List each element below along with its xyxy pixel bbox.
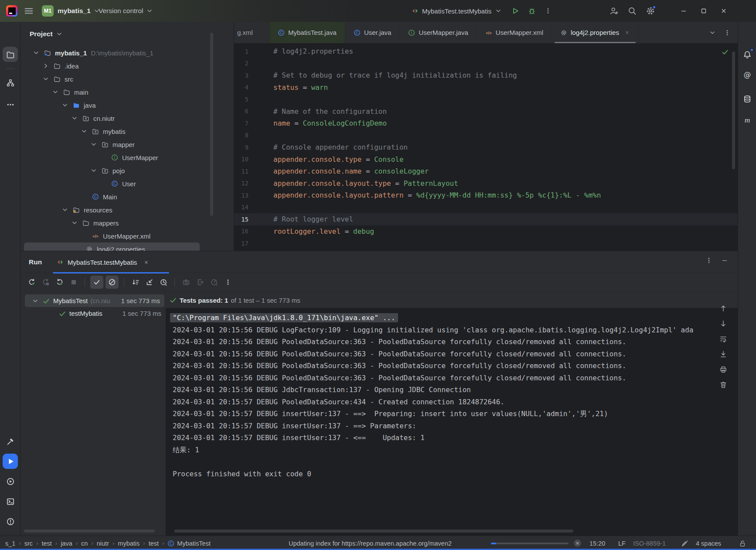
chevron-down-icon[interactable]: [33, 49, 40, 56]
code-line-2[interactable]: 2: [234, 58, 738, 70]
import-test-results-button[interactable]: [143, 277, 155, 288]
tab-g-xml[interactable]: g.xml: [234, 22, 269, 43]
tool-button-database[interactable]: [740, 92, 755, 106]
tree-item-usermapper[interactable]: IUserMapper: [20, 151, 234, 164]
editor-scrollbar[interactable]: [732, 51, 735, 169]
test-history-button[interactable]: [157, 277, 169, 288]
more-actions-icon[interactable]: [545, 7, 552, 14]
screenshot-button[interactable]: [180, 277, 192, 288]
code-line-10[interactable]: 10appender.console.type = Console: [234, 154, 738, 166]
breadcrumb-item[interactable]: s_1: [5, 540, 15, 547]
breadcrumb-item[interactable]: mybatis: [118, 540, 140, 547]
coverage-button[interactable]: [208, 277, 220, 288]
cancel-progress-button[interactable]: [574, 540, 581, 547]
print-button[interactable]: [718, 364, 729, 375]
chevron-down-icon[interactable]: [61, 206, 68, 213]
tree-item--idea[interactable]: .idea: [20, 59, 234, 72]
code-line-7[interactable]: 7name = ConsoleLogConfigDemo: [234, 117, 738, 130]
tool-button-notifications[interactable]: [740, 47, 755, 62]
tool-button-build[interactable]: [3, 434, 18, 449]
breadcrumb-item[interactable]: test: [149, 540, 159, 547]
tree-item-main[interactable]: CMain: [20, 190, 234, 203]
close-button[interactable]: [720, 7, 727, 14]
tool-button-maven[interactable]: m: [740, 113, 755, 127]
tree-item-src[interactable]: src: [20, 72, 234, 85]
sort-by-duration-button[interactable]: [129, 277, 141, 288]
scroll-down-button[interactable]: [718, 318, 729, 329]
tool-button-structure[interactable]: [3, 75, 18, 90]
chevron-down-icon[interactable]: [71, 219, 78, 226]
code-line-8[interactable]: 8: [234, 130, 738, 142]
chevron-down-icon[interactable]: [42, 75, 49, 82]
tool-button-ai-assistant[interactable]: @: [740, 68, 755, 82]
close-icon[interactable]: [143, 260, 149, 265]
tool-button-more[interactable]: [3, 97, 18, 112]
more-actions-icon[interactable]: [705, 257, 712, 264]
search-button[interactable]: [628, 7, 637, 15]
project-panel-header[interactable]: Project: [20, 22, 234, 46]
chevron-down-icon[interactable]: [61, 102, 68, 109]
tab-mybatistest-java[interactable]: CMybatisTest.java: [269, 22, 345, 43]
console-output[interactable]: "C:\Program Files\Java\jdk1.8.0_171\bin\…: [166, 308, 738, 480]
breadcrumb-item[interactable]: test: [41, 540, 51, 547]
chevron-down-icon[interactable]: [71, 115, 78, 122]
maximize-button[interactable]: [700, 7, 707, 14]
console-hscrollbar[interactable]: [174, 530, 573, 533]
tool-button-run[interactable]: [3, 454, 18, 469]
code-line-17[interactable]: 17: [234, 237, 738, 249]
tree-item-mappers[interactable]: mappers: [20, 216, 234, 229]
test-tree-hscrollbar[interactable]: [24, 530, 155, 533]
tab-usermapper-java[interactable]: IUserMapper.java: [400, 22, 477, 43]
code-line-14[interactable]: 14: [234, 202, 738, 214]
debug-button[interactable]: [528, 7, 536, 15]
breadcrumb-class[interactable]: CMybatisTest: [167, 540, 211, 547]
version-control-widget[interactable]: Version control: [99, 0, 153, 22]
show-ignored-button[interactable]: [106, 276, 119, 289]
project-badge[interactable]: M1: [42, 5, 54, 17]
tool-button-problems[interactable]: [3, 514, 18, 529]
indent-widget[interactable]: 4 spaces: [696, 536, 721, 550]
scroll-to-end-button[interactable]: [718, 348, 729, 360]
stop-button[interactable]: [68, 277, 79, 288]
code-line-11[interactable]: 11appender.console.name = consoleLogger: [234, 165, 738, 178]
tab-usermapper-xml[interactable]: </>UserMapper.xml: [477, 22, 552, 43]
auto-rerun-button[interactable]: [54, 277, 65, 288]
more-vertical-button[interactable]: [222, 277, 234, 288]
test-row-mybatistest[interactable]: MybatisTest(cn.niu1 sec 773 ms: [25, 294, 164, 307]
code-line-15[interactable]: 15# Root logger level: [234, 213, 738, 225]
close-icon[interactable]: [624, 30, 630, 35]
code-line-9[interactable]: 9# Console appender configuration: [234, 141, 738, 154]
chevron-down-icon[interactable]: [709, 29, 716, 36]
chevron-down-icon[interactable]: [90, 141, 97, 148]
code-line-3[interactable]: 3# Set to debug or trace if log4j initia…: [234, 69, 738, 82]
code-line-4[interactable]: 4status = warn: [234, 82, 738, 94]
tree-item-mybatis-1[interactable]: mybatis_1D:\mybatis\mybatis_1: [20, 46, 234, 59]
breadcrumb-item[interactable]: java: [61, 540, 72, 547]
run-button[interactable]: [511, 7, 519, 15]
chevron-down-icon[interactable]: [90, 167, 97, 174]
tool-button-project-tool[interactable]: [3, 47, 18, 62]
clock-widget[interactable]: 15:20: [589, 536, 605, 550]
code-line-1[interactable]: 1# log4j2.properties: [234, 45, 738, 58]
tree-item-user[interactable]: CUser: [20, 177, 234, 190]
scroll-up-button[interactable]: [718, 303, 729, 314]
tree-item-java[interactable]: java: [20, 99, 234, 112]
soft-wrap-button[interactable]: [718, 333, 729, 345]
tree-item-cn-niutr[interactable]: cn.niutr: [20, 112, 234, 125]
test-row-testmybatis[interactable]: testMybatis1 sec 773 ms: [20, 307, 166, 320]
encoding-widget[interactable]: ISO-8859-1: [633, 536, 666, 550]
more-vertical-icon[interactable]: [724, 29, 731, 36]
tree-item-resources[interactable]: resources: [20, 203, 234, 216]
run-tab[interactable]: MybatisTest.testMybatis: [53, 251, 169, 273]
add-user-button[interactable]: [610, 7, 618, 15]
tab-user-java[interactable]: CUser.java: [345, 22, 400, 43]
inspections-ok-icon[interactable]: [721, 48, 729, 56]
chevron-down-icon[interactable]: [52, 89, 59, 96]
breadcrumb-item[interactable]: cn: [81, 540, 88, 547]
tree-item-pojo[interactable]: pojo: [20, 164, 234, 177]
run-configuration-name[interactable]: MybatisTest.testMybatis: [422, 7, 491, 15]
clear-button[interactable]: [718, 379, 729, 390]
highlighting-level-icon[interactable]: [681, 536, 689, 550]
minimize-button[interactable]: [680, 7, 687, 14]
rerun-failed-button[interactable]: [40, 277, 51, 288]
